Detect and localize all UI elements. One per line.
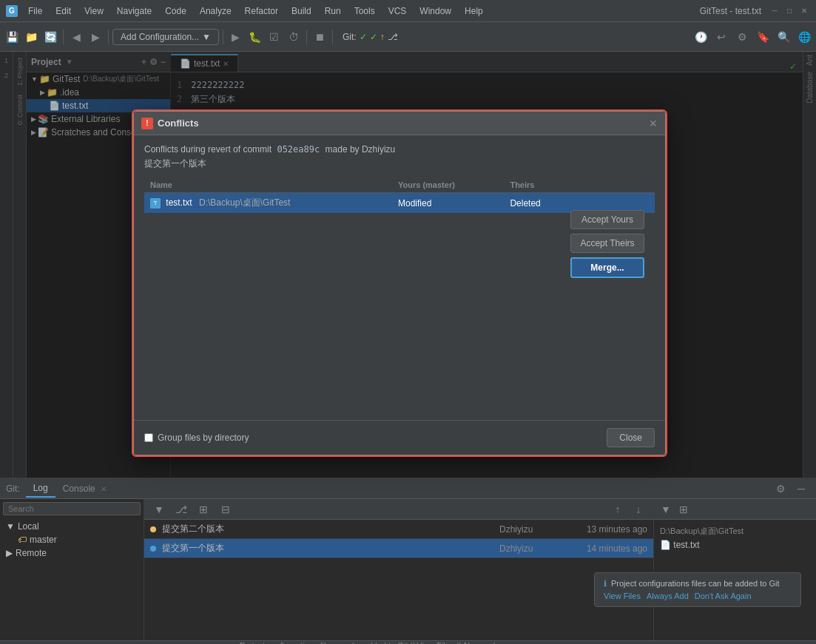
file-name: test.txt [166, 197, 192, 208]
group-files-checkbox-label[interactable]: Group files by directory [144, 433, 249, 443]
menu-vcs[interactable]: VCS [382, 4, 413, 18]
dialog-description: Conflicts during revert of commit 052ea8… [144, 144, 655, 155]
git-commits-list: ▼ ⎇ ⊞ ⊟ ↑ ↓ 提交第二个版本 Dzhiyizu 13 minutes … [144, 499, 653, 640]
remote-branch-group[interactable]: ▶ Remote [3, 546, 141, 560]
remote-label: Remote [16, 548, 47, 558]
commit-row-1[interactable]: 提交第二个版本 Dzhiyizu 13 minutes ago [144, 520, 653, 539]
minimize-panel-button[interactable]: ─ [792, 480, 810, 498]
file-path: D:\Backup\桌面\GitTest [199, 197, 290, 208]
col-actions [573, 177, 655, 193]
add-config-label: Add Configuration... [121, 32, 199, 42]
profile-button[interactable]: ⏱ [285, 28, 303, 46]
menu-analyze[interactable]: Analyze [194, 4, 237, 18]
git-panel: ▼ Local 🏷 master ▶ Remote ▼ ⎇ ⊞ ⊟ [0, 499, 816, 640]
branch-filter-icon[interactable]: ⎇ [172, 501, 190, 518]
dialog-close-button[interactable]: ✕ [649, 118, 658, 129]
undo-button[interactable]: ↩ [712, 28, 730, 46]
file-name-right: test.txt [673, 540, 699, 550]
bottom-panel-tabs: Git: Log Console ✕ ⚙ ─ [0, 478, 816, 499]
commit-msg-2: 提交第一个版本 [162, 542, 499, 555]
add-configuration-button[interactable]: Add Configuration... ▼ [112, 29, 219, 45]
stop-button[interactable]: ⏹ [311, 28, 328, 46]
dialog-title-bar: ! Conflicts ✕ [134, 112, 665, 135]
menu-view[interactable]: View [78, 4, 109, 18]
menu-tools[interactable]: Tools [348, 4, 381, 18]
local-branch-group[interactable]: ▼ Local [3, 520, 141, 533]
desc-suffix: made by Dzhiyizu [326, 144, 396, 155]
git-search-input[interactable] [3, 502, 141, 515]
info-icon: ℹ [604, 579, 607, 589]
bookmark-button[interactable]: 🔖 [754, 28, 772, 46]
git-indicator: Git: ✓ ✓ ↑ ⎇ [337, 30, 404, 44]
commit-dot-2 [150, 546, 156, 552]
filter-icon[interactable]: ▼ [150, 501, 168, 518]
menu-refactor[interactable]: Refactor [239, 4, 284, 18]
run-button[interactable]: ▶ [227, 28, 245, 46]
always-add-link[interactable]: Always Add [647, 592, 689, 600]
console-tab-label: Console [63, 484, 95, 494]
git-up-icon: ↑ [380, 32, 385, 42]
menu-help[interactable]: Help [459, 4, 489, 18]
col-yours: Yours (master) [392, 177, 504, 193]
close-button[interactable]: ✕ [798, 5, 810, 17]
debug-button[interactable]: 🐛 [246, 28, 264, 46]
menu-code[interactable]: Code [159, 4, 192, 18]
menu-bar[interactable]: File Edit View Navigate Code Analyze Ref… [22, 4, 700, 18]
save-button[interactable]: 💾 [3, 28, 21, 46]
menu-edit[interactable]: Edit [50, 4, 77, 18]
panel-controls: ⚙ ─ [772, 480, 810, 498]
forward-button[interactable]: ▶ [87, 28, 104, 46]
file-path-display: D:\Backup\桌面\GitTest [660, 526, 810, 537]
settings-button[interactable]: ⚙ [733, 28, 751, 46]
file-filter-icon[interactable]: ▼ [657, 501, 675, 518]
menu-build[interactable]: Build [286, 4, 317, 18]
expand-all-icon[interactable]: ⊞ [195, 501, 212, 518]
conflict-content: Name Yours (master) Theirs T test.txt D:… [144, 177, 655, 213]
view-files-link[interactable]: View Files [604, 592, 641, 600]
commit-actions: ↑ ↓ [609, 501, 647, 518]
find-button[interactable]: 🔍 [775, 28, 792, 46]
col-theirs: Theirs [504, 177, 573, 193]
translate-button[interactable]: 🌐 [795, 28, 813, 46]
console-close-icon[interactable]: ✕ [101, 485, 107, 493]
group-files-checkbox[interactable] [144, 433, 153, 442]
accept-yours-button[interactable]: Accept Yours [570, 210, 644, 229]
separator4 [306, 30, 307, 44]
menu-file[interactable]: File [22, 4, 48, 18]
close-dialog-button[interactable]: Close [607, 428, 655, 447]
window-controls[interactable]: ─ □ ✕ [769, 5, 810, 17]
sync-button[interactable]: 🔄 [41, 28, 59, 46]
minimize-button[interactable]: ─ [769, 5, 780, 17]
maximize-button[interactable]: □ [783, 5, 795, 17]
file-path-info: D:\Backup\桌面\GitTest 📄 test.txt [660, 526, 810, 550]
commit-row-2[interactable]: 提交第一个版本 Dzhiyizu 14 minutes ago [144, 539, 653, 558]
accept-theirs-button[interactable]: Accept Theirs [570, 234, 644, 253]
console-tab[interactable]: Console ✕ [55, 481, 114, 497]
file-cell: T test.txt D:\Backup\桌面\GitTest [144, 193, 392, 214]
git-file-panel: ▼ ⊞ D:\Backup\桌面\GitTest 📄 test.txt [653, 499, 816, 640]
menu-navigate[interactable]: Navigate [111, 4, 158, 18]
status-message-left: Project configurations files can be adde… [240, 641, 500, 644]
menu-run[interactable]: Run [319, 4, 347, 18]
master-label: master [30, 535, 57, 545]
open-button[interactable]: 📁 [22, 28, 40, 46]
master-branch[interactable]: 🏷 master [3, 533, 141, 546]
file-type-icon: T [150, 198, 161, 209]
coverage-button[interactable]: ☑ [266, 28, 283, 46]
dont-ask-link[interactable]: Don't Ask Again [695, 592, 752, 600]
settings-panel-button[interactable]: ⚙ [772, 480, 789, 498]
git-branch-icon: ⎇ [388, 32, 398, 42]
git-label: Git: [343, 32, 357, 42]
expand-file-icon[interactable]: ⊞ [675, 501, 692, 518]
git-filter-panel: ▼ Local 🏷 master ▶ Remote [0, 499, 144, 640]
pick-commit-icon[interactable]: ↑ [609, 501, 627, 518]
collapse-icon[interactable]: ⊟ [217, 501, 235, 518]
history-button[interactable]: 🕐 [692, 28, 709, 46]
log-tab[interactable]: Log [26, 480, 55, 498]
back-button[interactable]: ◀ [67, 28, 85, 46]
menu-window[interactable]: Window [414, 4, 457, 18]
window-title: GitTest - test.txt [700, 6, 761, 16]
revert-commit-icon[interactable]: ↓ [630, 501, 647, 518]
merge-button[interactable]: Merge... [570, 257, 644, 278]
commit-msg-1: 提交第二个版本 [162, 523, 499, 535]
